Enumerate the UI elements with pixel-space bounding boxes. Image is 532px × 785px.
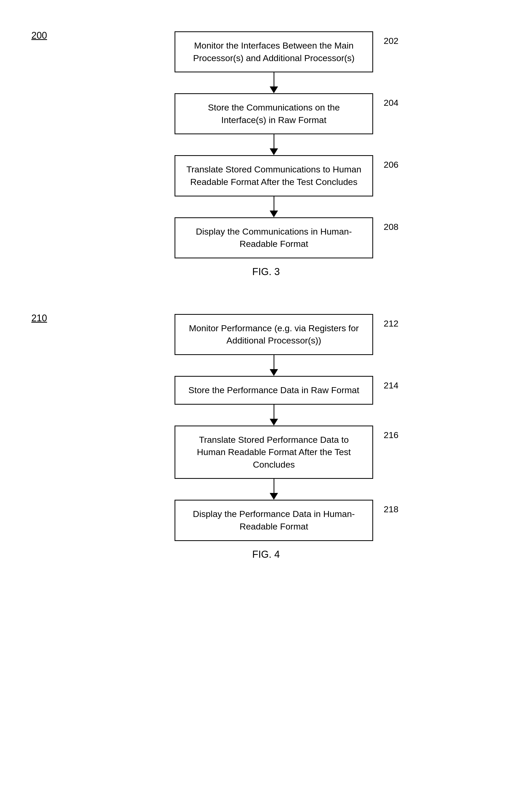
arrow-line-6 [274,479,274,493]
section-label-200: 200 [31,30,47,41]
arrow-5 [270,405,278,426]
box-206: Translate Stored Communications to Human… [175,155,373,196]
box-206-wrapper: Translate Stored Communications to Human… [156,155,391,196]
box-218: Display the Performance Data in Human-Re… [175,500,373,541]
box-214-wrapper: Store the Performance Data in Raw Format… [156,376,391,405]
box-204-wrapper: Store the Communications on the Interfac… [156,93,391,134]
section-label-210: 210 [31,313,47,324]
box-216-text: Translate Stored Performance Data to Hum… [197,435,351,470]
box-216-wrapper: Translate Stored Performance Data to Hum… [156,426,391,479]
fig3-label: FIG. 3 [252,266,280,277]
fig4-label: FIG. 4 [252,549,280,560]
ref-214: 214 [384,379,399,392]
ref-204: 204 [384,97,399,109]
page: 200 Monitor the Interfaces Between the M… [0,0,532,785]
arrow-line-2 [274,134,274,148]
box-208-wrapper: Display the Communications in Human-Read… [156,217,391,258]
arrow-line-1 [274,72,274,86]
box-214-text: Store the Performance Data in Raw Format [188,385,359,395]
box-218-wrapper: Display the Performance Data in Human-Re… [156,500,391,541]
box-202-wrapper: Monitor the Interfaces Between the Main … [156,31,391,72]
fig3-flow: Monitor the Interfaces Between the Main … [156,31,391,258]
box-212-wrapper: Monitor Performance (e.g. via Registers … [156,314,391,355]
ref-216: 216 [384,429,399,441]
box-202-text: Monitor the Interfaces Between the Main … [193,41,355,63]
arrowhead-6 [270,493,278,500]
arrow-3 [270,197,278,217]
ref-212: 212 [384,318,399,330]
box-206-text: Translate Stored Communications to Human… [186,164,361,187]
box-204-text: Store the Communications on the Interfac… [208,102,340,125]
box-208: Display the Communications in Human-Read… [175,217,373,258]
arrow-4 [270,355,278,376]
arrowhead-3 [270,210,278,217]
fig3-section: 200 Monitor the Interfaces Between the M… [0,16,532,283]
arrow-6 [270,479,278,500]
box-202: Monitor the Interfaces Between the Main … [175,31,373,72]
ref-206: 206 [384,158,399,171]
box-212: Monitor Performance (e.g. via Registers … [175,314,373,355]
ref-208: 208 [384,221,399,233]
arrow-2 [270,134,278,155]
arrowhead-2 [270,148,278,155]
ref-202: 202 [384,35,399,47]
arrow-line-5 [274,405,274,419]
ref-218: 218 [384,503,399,516]
fig4-section: 210 Monitor Performance (e.g. via Regist… [0,293,532,565]
fig4-flow: Monitor Performance (e.g. via Registers … [156,314,391,541]
box-208-text: Display the Communications in Human-Read… [196,227,352,249]
arrow-line-4 [274,355,274,369]
box-214: Store the Performance Data in Raw Format… [175,376,373,405]
arrow-1 [270,72,278,93]
box-218-text: Display the Performance Data in Human-Re… [193,509,355,531]
box-204: Store the Communications on the Interfac… [175,93,373,134]
arrowhead-1 [270,86,278,93]
arrowhead-5 [270,419,278,426]
box-216: Translate Stored Performance Data to Hum… [175,426,373,479]
arrow-line-3 [274,197,274,210]
arrowhead-4 [270,369,278,376]
box-212-text: Monitor Performance (e.g. via Registers … [189,323,359,346]
